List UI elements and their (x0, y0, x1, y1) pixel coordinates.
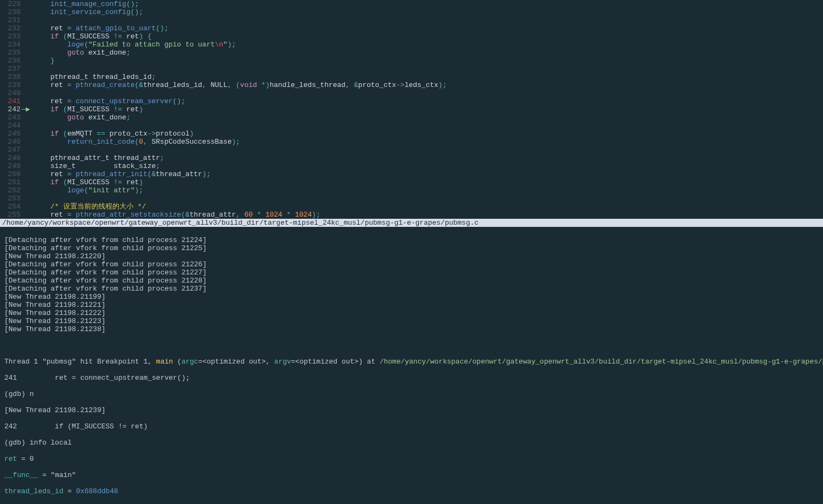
code-line[interactable]: 245 if (emMQTT == proto_ctx->protocol) (0, 130, 823, 138)
code-content: init_service_config(); (34, 8, 143, 16)
breakpoint-gutter[interactable] (22, 89, 34, 97)
breakpoint-gutter[interactable] (22, 138, 34, 146)
gdb-blank-line (4, 341, 819, 350)
code-editor[interactable]: 229 init_manage_config();230 init_servic… (0, 0, 823, 219)
breakpoint-gutter[interactable] (22, 57, 34, 65)
code-content: pthread_attr_t thread_attr; (34, 154, 164, 162)
line-number: 239 (0, 81, 22, 89)
breakpoint-gutter[interactable] (22, 65, 34, 73)
code-line[interactable]: 231 (0, 16, 823, 24)
code-line[interactable]: 243 goto exit_done; (0, 113, 823, 122)
code-content: ret = pthread_attr_init(&thread_attr); (34, 170, 211, 178)
gdb-breakpoint-hit-line: Thread 1 "pubmsg" hit Breakpoint 1, main… (4, 358, 819, 366)
code-line[interactable]: 229 init_manage_config(); (0, 0, 823, 8)
code-content: ret = connect_upstream_server(); (34, 97, 185, 105)
gdb-local-ret: ret = 0 (4, 455, 819, 463)
breakpoint-gutter[interactable] (22, 0, 34, 8)
code-line[interactable]: 239 ret = pthread_create(&thread_leds_id… (0, 81, 823, 89)
breakpoint-gutter[interactable] (22, 203, 34, 211)
code-line[interactable]: 241 ret = connect_upstream_server(); (0, 97, 823, 105)
code-line[interactable]: 238 pthread_t thread_leds_id; (0, 73, 823, 81)
line-number: 254 (0, 203, 22, 211)
gdb-func-main: main (156, 358, 177, 366)
line-number: 238 (0, 73, 22, 81)
line-number: 255 (0, 211, 22, 219)
code-line[interactable]: 255 ret = pthread_attr_setstacksize(&thr… (0, 211, 823, 219)
code-content: if (MI_SUCCESS != ret) (34, 178, 143, 186)
line-number: 242 (0, 105, 22, 113)
code-content: if (MI_SUCCESS != ret) (34, 105, 143, 113)
line-number: 249 (0, 162, 22, 170)
gdb-message-line: [Detaching after vfork from child proces… (4, 285, 819, 293)
code-line[interactable]: 230 init_service_config(); (0, 8, 823, 16)
gdb-message-line: [Detaching after vfork from child proces… (4, 236, 819, 244)
code-content: loge("Failed to attach gpio to uart\n"); (34, 41, 236, 49)
gdb-src-line-242: 242 if (MI_SUCCESS != ret) (4, 422, 819, 431)
breakpoint-gutter[interactable] (22, 16, 34, 24)
code-line[interactable]: 250 ret = pthread_attr_init(&thread_attr… (0, 170, 823, 178)
code-line[interactable]: 237 (0, 65, 823, 73)
breakpoint-gutter[interactable] (22, 154, 34, 162)
breakpoint-gutter[interactable] (22, 194, 34, 203)
code-line[interactable]: 252 loge("init attr"); (0, 186, 823, 194)
gdb-message-line: [New Thread 21198.21238] (4, 325, 819, 333)
breakpoint-gutter[interactable] (22, 122, 34, 130)
code-content: size_t stack_size; (34, 162, 160, 170)
breakpoint-gutter[interactable] (22, 81, 34, 89)
app-viewport: 229 init_manage_config();230 init_servic… (0, 0, 823, 504)
code-line[interactable]: 251 if (MI_SUCCESS != ret) (0, 178, 823, 186)
code-line[interactable]: 253 (0, 194, 823, 203)
breakpoint-gutter[interactable] (22, 8, 34, 16)
breakpoint-gutter[interactable] (22, 73, 34, 81)
code-content: pthread_t thread_leds_id; (34, 73, 156, 81)
breakpoint-gutter[interactable] (22, 170, 34, 178)
code-line[interactable]: 242—▶ if (MI_SUCCESS != ret) (0, 105, 823, 113)
breakpoint-gutter[interactable] (22, 162, 34, 170)
line-number: 252 (0, 186, 22, 194)
code-line[interactable]: 248 pthread_attr_t thread_attr; (0, 154, 823, 162)
gdb-prompt-info-local: (gdb) info local (4, 439, 819, 447)
code-content: goto exit_done; (34, 49, 130, 57)
code-content: ret = attach_gpio_to_uart(); (34, 24, 169, 32)
code-line[interactable]: 246 return_init_code(0, SRspCodeSuccessB… (0, 138, 823, 146)
breakpoint-gutter[interactable] (22, 130, 34, 138)
breakpoint-gutter[interactable] (22, 113, 34, 122)
line-number: 253 (0, 194, 22, 203)
gdb-new-thread-239: [New Thread 21198.21239] (4, 406, 819, 414)
code-line[interactable]: 240 (0, 89, 823, 97)
code-line[interactable]: 254 /* 设置当前的线程的大小 */ (0, 203, 823, 211)
code-content: } (34, 57, 55, 65)
line-number: 235 (0, 49, 22, 57)
breakpoint-gutter[interactable] (22, 24, 34, 32)
gdb-message-line: [New Thread 21198.21223] (4, 317, 819, 325)
code-line[interactable]: 244 (0, 122, 823, 130)
line-number: 250 (0, 170, 22, 178)
breakpoint-gutter[interactable] (22, 32, 34, 41)
code-line[interactable]: 247 (0, 146, 823, 154)
breakpoint-gutter[interactable] (22, 49, 34, 57)
line-number: 236 (0, 57, 22, 65)
code-line[interactable]: 234 loge("Failed to attach gpio to uart\… (0, 41, 823, 49)
code-line[interactable]: 235 goto exit_done; (0, 49, 823, 57)
breakpoint-gutter[interactable] (22, 97, 34, 105)
line-number: 243 (0, 113, 22, 122)
gdb-message-line: [Detaching after vfork from child proces… (4, 268, 819, 277)
code-line[interactable]: 233 if (MI_SUCCESS != ret) { (0, 32, 823, 41)
breakpoint-gutter[interactable] (22, 146, 34, 154)
breakpoint-gutter[interactable] (22, 186, 34, 194)
code-content: init_manage_config(); (34, 0, 139, 8)
line-number: 240 (0, 89, 22, 97)
code-content: ret = pthread_create(&thread_leds_id, NU… (34, 81, 447, 89)
breakpoint-gutter[interactable]: —▶ (22, 105, 34, 113)
breakpoint-gutter[interactable] (22, 41, 34, 49)
code-line[interactable]: 232 ret = attach_gpio_to_uart(); (0, 24, 823, 32)
gdb-local-func: __func__ = "main" (4, 471, 819, 479)
line-number: 229 (0, 0, 22, 8)
code-content: ret = pthread_attr_setstacksize(&thread_… (34, 211, 320, 219)
code-line[interactable]: 249 size_t stack_size; (0, 162, 823, 170)
breakpoint-gutter[interactable] (22, 178, 34, 186)
code-line[interactable]: 236 } (0, 57, 823, 65)
breakpoint-gutter[interactable] (22, 211, 34, 219)
gdb-terminal[interactable]: [Detaching after vfork from child proces… (0, 227, 823, 504)
gdb-hit-path: /home/yancy/workspace/openwrt/gateway_op… (379, 358, 823, 366)
